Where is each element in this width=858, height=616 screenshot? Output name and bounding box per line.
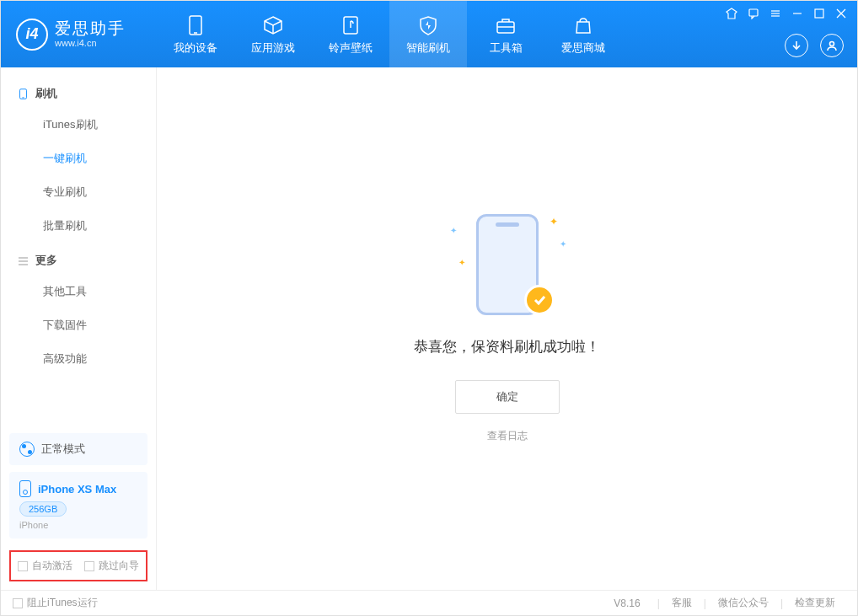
feedback-icon[interactable] bbox=[746, 6, 761, 21]
sidebar-item-pro[interactable]: 专业刷机 bbox=[1, 175, 156, 209]
sparkle-icon: ✦ bbox=[560, 239, 566, 249]
phone-small-icon bbox=[19, 480, 31, 497]
sidebar-group-more: 更多 bbox=[1, 243, 156, 275]
app-subtitle: www.i4.cn bbox=[55, 38, 126, 48]
svg-rect-0 bbox=[190, 16, 201, 35]
nav-my-device[interactable]: 我的设备 bbox=[157, 1, 234, 67]
body: 刷机 iTunes刷机 一键刷机 专业刷机 批量刷机 更多 其他工具 下载固件 … bbox=[1, 67, 857, 590]
briefcase-icon bbox=[494, 13, 517, 37]
checkbox-label: 跳过向导 bbox=[99, 559, 139, 573]
options-box: 自动激活 跳过向导 bbox=[9, 550, 147, 581]
top-nav: 我的设备 应用游戏 铃声壁纸 智能刷机 工具箱 爱思商城 bbox=[157, 1, 622, 67]
main-content: ✦ ✦ ✦ ✦ 恭喜您，保资料刷机成功啦！ 确定 查看日志 bbox=[157, 67, 857, 590]
checkbox-label: 阻止iTunes运行 bbox=[27, 596, 98, 610]
device-capacity: 256GB bbox=[19, 501, 67, 517]
svg-rect-11 bbox=[815, 9, 823, 18]
device-icon bbox=[18, 88, 29, 99]
nav-toolbox[interactable]: 工具箱 bbox=[467, 1, 544, 67]
support-link[interactable]: 客服 bbox=[662, 596, 702, 610]
header-action-circles bbox=[785, 34, 844, 57]
wechat-link[interactable]: 微信公众号 bbox=[708, 596, 779, 610]
app-title: 爱思助手 bbox=[55, 20, 126, 38]
sidebar-item-advanced[interactable]: 高级功能 bbox=[1, 342, 156, 376]
nav-apps[interactable]: 应用游戏 bbox=[234, 1, 312, 67]
device-name: iPhone XS Max bbox=[38, 483, 116, 495]
footer: 阻止iTunes运行 V8.16 | 客服 | 微信公众号 | 检查更新 bbox=[1, 590, 857, 615]
nav-label: 爱思商城 bbox=[561, 40, 605, 56]
checkbox-label: 自动激活 bbox=[32, 559, 72, 573]
sidebar-item-batch[interactable]: 批量刷机 bbox=[1, 209, 156, 243]
nav-ringtones[interactable]: 铃声壁纸 bbox=[312, 1, 389, 67]
list-icon bbox=[18, 255, 29, 266]
success-message: 恭喜您，保资料刷机成功啦！ bbox=[414, 337, 600, 356]
nav-label: 我的设备 bbox=[174, 40, 217, 56]
checkbox-icon bbox=[18, 561, 28, 571]
nav-label: 应用游戏 bbox=[251, 40, 295, 56]
footer-left: 阻止iTunes运行 bbox=[13, 596, 98, 610]
mode-label: 正常模式 bbox=[41, 442, 85, 457]
sparkle-icon: ✦ bbox=[550, 216, 558, 228]
phone-box[interactable]: iPhone XS Max 256GB iPhone bbox=[9, 472, 147, 538]
group-label: 刷机 bbox=[35, 86, 57, 101]
nav-label: 工具箱 bbox=[490, 40, 523, 56]
header: i4 爱思助手 www.i4.cn 我的设备 应用游戏 铃声壁纸 智能刷机 工具… bbox=[1, 1, 857, 67]
update-link[interactable]: 检查更新 bbox=[785, 596, 845, 610]
cube-icon bbox=[261, 13, 285, 37]
music-icon bbox=[339, 13, 362, 37]
version-label: V8.16 bbox=[614, 597, 640, 609]
nav-label: 铃声壁纸 bbox=[329, 40, 373, 56]
sidebar-group-flash: 刷机 bbox=[1, 76, 156, 108]
logo-area: i4 爱思助手 www.i4.cn bbox=[1, 19, 157, 51]
checkbox-skip-guide[interactable]: 跳过向导 bbox=[84, 559, 139, 573]
separator: | bbox=[704, 597, 706, 609]
mode-box[interactable]: 正常模式 bbox=[9, 433, 147, 465]
download-button[interactable] bbox=[785, 34, 808, 57]
phone-top: iPhone XS Max bbox=[19, 480, 137, 497]
sidebar-item-onekey[interactable]: 一键刷机 bbox=[1, 142, 156, 175]
device-type: iPhone bbox=[19, 520, 137, 530]
svg-rect-6 bbox=[749, 9, 758, 16]
separator: | bbox=[657, 597, 660, 609]
logo-text: 爱思助手 www.i4.cn bbox=[55, 20, 126, 48]
mode-icon bbox=[19, 442, 35, 457]
sparkle-icon: ✦ bbox=[450, 226, 457, 235]
bag-icon bbox=[571, 13, 595, 37]
sidebar-item-other[interactable]: 其他工具 bbox=[1, 275, 156, 308]
sidebar-scroll: 刷机 iTunes刷机 一键刷机 专业刷机 批量刷机 更多 其他工具 下载固件 … bbox=[1, 67, 156, 426]
group-label: 更多 bbox=[35, 253, 57, 268]
nav-store[interactable]: 爱思商城 bbox=[544, 1, 622, 67]
separator: | bbox=[780, 597, 783, 609]
sidebar-item-firmware[interactable]: 下载固件 bbox=[1, 308, 156, 342]
sparkle-icon: ✦ bbox=[458, 258, 465, 267]
svg-point-15 bbox=[830, 42, 834, 46]
menu-icon[interactable] bbox=[768, 6, 783, 21]
check-badge-icon bbox=[524, 285, 555, 315]
ok-button[interactable]: 确定 bbox=[455, 380, 560, 414]
logo-icon: i4 bbox=[16, 19, 48, 51]
nav-label: 智能刷机 bbox=[406, 40, 450, 56]
window-controls bbox=[724, 6, 849, 21]
checkbox-icon bbox=[13, 598, 23, 608]
close-button[interactable] bbox=[834, 6, 849, 21]
sidebar: 刷机 iTunes刷机 一键刷机 专业刷机 批量刷机 更多 其他工具 下载固件 … bbox=[1, 67, 157, 590]
view-log-link[interactable]: 查看日志 bbox=[487, 429, 528, 443]
success-illustration: ✦ ✦ ✦ ✦ bbox=[448, 214, 566, 315]
nav-flash[interactable]: 智能刷机 bbox=[389, 1, 467, 67]
footer-right: V8.16 | 客服 | 微信公众号 | 检查更新 bbox=[614, 596, 845, 610]
shield-icon bbox=[416, 13, 440, 37]
sidebar-item-itunes[interactable]: iTunes刷机 bbox=[1, 108, 156, 142]
maximize-button[interactable] bbox=[812, 6, 827, 21]
minimize-button[interactable] bbox=[790, 6, 805, 21]
device-panel: 正常模式 iPhone XS Max 256GB iPhone bbox=[9, 433, 147, 538]
checkbox-icon bbox=[84, 561, 94, 571]
checkbox-block-itunes[interactable]: 阻止iTunes运行 bbox=[13, 596, 98, 610]
skin-icon[interactable] bbox=[724, 6, 739, 21]
phone-icon bbox=[184, 13, 207, 37]
checkbox-auto-activate[interactable]: 自动激活 bbox=[18, 559, 72, 573]
user-button[interactable] bbox=[820, 34, 844, 57]
